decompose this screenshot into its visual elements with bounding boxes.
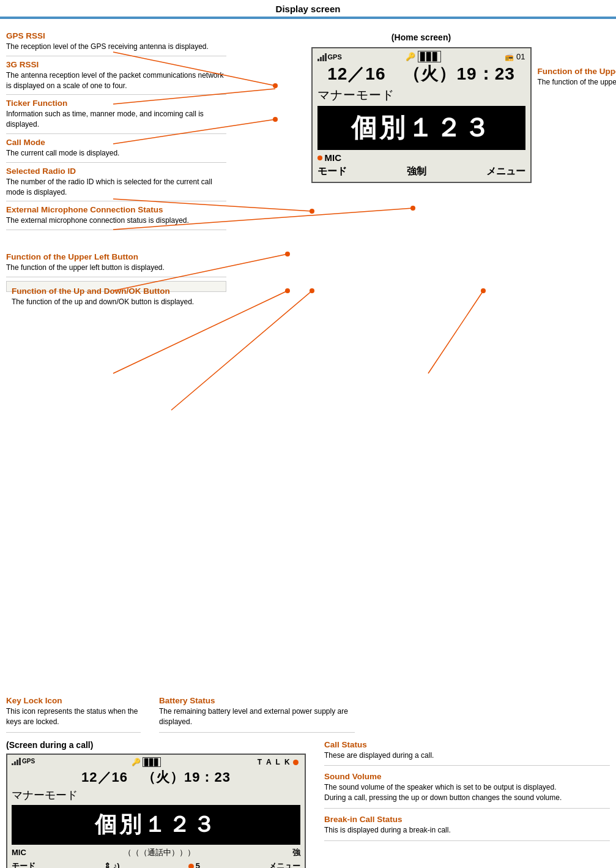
call-kyosei: 強 [292,847,300,858]
call-section: (Screen during a call) [6,740,610,868]
sound-volume-desc: The sound volume of the speaker which is… [324,782,610,803]
page-title: Display screen [0,0,616,18]
gps-rssi-block: GPS RSSI The reception level of the GPS … [6,31,226,56]
call-mode-title: Call Mode [6,138,226,147]
call-bottom-right: メニュー [269,861,300,868]
call-bar3 [17,760,18,765]
call-signal-gps: GPS [12,758,35,765]
signal-bars [317,53,327,61]
selected-radio-id-block: Selected Radio ID The number of the radi… [6,166,226,202]
break-in-desc: This is displayed during a break-in call… [324,825,610,836]
external-mic-block: External Microphone Connection Status Th… [6,205,226,230]
talk-text: T A L K [258,758,291,766]
screen-status-row: GPS 🔑 ▊▊▊ 📻 01 [317,52,525,61]
bar3 [322,55,324,61]
up-down-ok-title: Function of the Up and Down/OK Button [12,286,221,296]
call-bottom-left: モード [12,861,35,868]
battery-block: Battery Status The remaining battery lev… [159,696,355,733]
signal-gps-icon: GPS [317,53,342,61]
call-status-desc: These are displayed during a call. [324,750,610,761]
home-screen-label: (Home screen) [391,32,451,42]
lower-section: Key Lock Icon This icon represents the s… [0,696,616,868]
home-device-screen: GPS 🔑 ▊▊▊ 📻 01 12／16 （火）19：23 [311,47,532,183]
call-device-screen: GPS 🔑 ▊▊▊ T A L K [6,754,306,868]
call-screen-center-status: 🔑 ▊▊▊ [132,758,161,766]
call-key-icon: 🔑 [132,758,141,766]
svg-line-15 [428,291,483,373]
upper-right-title: Function of the Upper Right Button [538,67,617,76]
talk-orange-dot [293,760,299,765]
call-date-time: 12／16 （火）19：23 [12,768,300,787]
mic-dot [317,155,322,160]
bar2 [320,57,322,61]
call-bottom-dot-num: 5 [188,861,200,868]
screen-bottom-right: メニュー [486,165,525,178]
call-battery: ▊▊▊ [143,757,161,767]
call-gps-text: GPS [22,758,35,765]
gps-text: GPS [328,53,342,61]
battery-title: Battery Status [159,696,355,705]
screen-status-right: 📻 01 [505,52,525,61]
screen-status-center: 🔑 ▊▊▊ [406,52,441,61]
bar1 [317,59,319,61]
call-mode-text: マナーモード [12,788,300,803]
left-labels-column: GPS RSSI The reception level of the GPS … [0,26,226,292]
call-bar2 [14,761,16,765]
call-talk-status-row: MIC （（（通話中））） 強 [12,847,300,858]
call-talking-text: （（（通話中））） [124,847,195,858]
mic-text: MIC [325,152,342,163]
screen-mic-row: MIC [317,152,525,163]
battery-icon: ▊▊▊ [418,51,441,62]
ticker-title: Ticker Function [6,99,226,108]
call-bottom-arrows: ⇕ ♪) [104,861,119,868]
call-bar1 [12,763,13,765]
key-lock-title: Key Lock Icon [6,696,141,705]
upper-left-desc: The function of the upper left button is… [6,263,226,273]
screen-during-call-label: (Screen during a call) [6,740,312,750]
sound-volume-label-block: Sound Volume The sound volume of the spe… [324,772,610,809]
screen-call-id-box: 個別１２３ [317,106,525,150]
key-battery-row: Key Lock Icon This icon represents the s… [6,696,610,733]
ticker-block: Ticker Function Information such as time… [6,99,226,134]
gps-rssi-title: GPS RSSI [6,31,226,40]
radio-id-num: 01 [516,52,525,61]
call-bar4 [19,758,21,765]
call-id-box: 個別１２３ [12,805,300,845]
external-mic-title: External Microphone Connection Status [6,205,226,214]
call-bottom-row: モード ⇕ ♪) 5 メニュー [12,861,300,868]
radio-id-icon: 📻 [505,53,514,61]
battery-desc: The remaining battery level and external… [159,706,355,727]
sound-volume-title: Sound Volume [324,772,610,781]
screen-status-left: GPS [317,53,342,61]
upper-right-label-block: Function of the Upper Right Button The f… [538,67,617,88]
break-in-title: Break-in Call Status [324,815,610,824]
3g-rssi-title: 3G RSSI [6,60,226,69]
up-down-ok-desc: The function of the up and down/OK butto… [12,297,221,307]
ticker-desc: Information such as time, manner mode, a… [6,109,226,130]
screen-bottom-left: モード [317,165,347,178]
call-right-labels: Call Status These are displayed during a… [324,740,610,868]
page-container: Display screen GPS RSSI The reception le… [0,0,616,868]
svg-line-13 [171,291,312,410]
call-status-label-block: Call Status These are displayed during a… [324,740,610,766]
call-status-title: Call Status [324,740,610,749]
call-status-row: GPS 🔑 ▊▊▊ T A L K [12,758,300,767]
bottom-orange-dot [188,864,194,868]
key-icon: 🔑 [406,52,415,61]
screen-date-time: 12／16 （火）19：23 [317,62,525,86]
3g-rssi-block: 3G RSSI The antenna reception level of t… [6,60,226,95]
upper-left-block: Function of the Upper Left Button The fu… [6,252,226,277]
call-screen-left-status: GPS [12,758,35,767]
key-lock-desc: This icon represents the status when the… [6,706,141,727]
screen-mode-text: マナーモード [317,87,525,103]
call-mic-label: MIC [12,848,26,857]
home-screen-area: (Home screen) GPS [226,26,616,292]
call-mode-desc: The current call mode is displayed. [6,148,226,159]
call-talk-label: T A L K [258,758,300,766]
3g-rssi-desc: The antenna reception level of the packe… [6,70,226,91]
key-lock-block: Key Lock Icon This icon represents the s… [6,696,141,733]
selected-radio-id-title: Selected Radio ID [6,166,226,176]
screen-call-id-text: 個別１２３ [351,113,492,142]
upper-left-title: Function of the Upper Left Button [6,252,226,261]
break-in-label-block: Break-in Call Status This is displayed d… [324,815,610,841]
